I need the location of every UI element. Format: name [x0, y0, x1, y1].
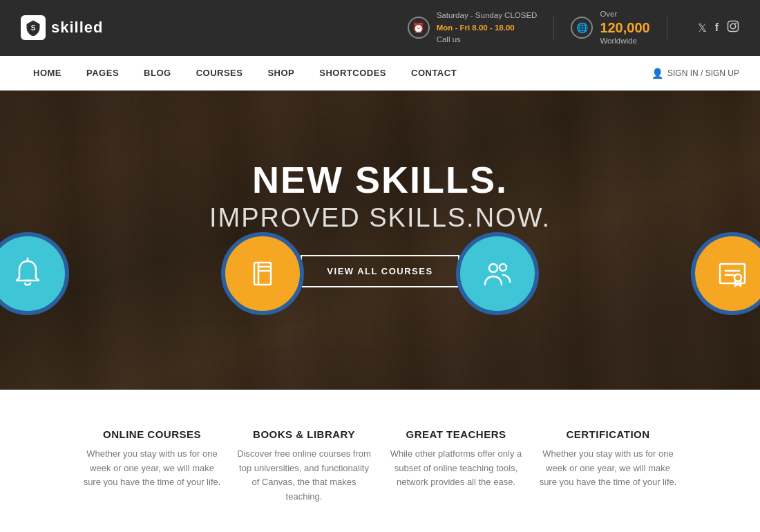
instagram-icon[interactable] — [727, 20, 739, 35]
logo[interactable]: S skilled — [21, 15, 104, 40]
logo-icon: S — [21, 15, 46, 40]
schedule-text: Saturday - Sunday CLOSED Mon - Fri 8.00 … — [437, 10, 538, 46]
nav-item-blog[interactable]: BLOG — [131, 56, 184, 91]
nav-links: HOME PAGES BLOG COURSES SHOP SHORTCODES … — [21, 56, 652, 91]
hero-title-main: NEW SKILLS. — [209, 160, 551, 200]
svg-point-3 — [735, 23, 737, 24]
feature-online-courses — [0, 232, 104, 315]
svg-point-8 — [489, 264, 497, 272]
globe-sub: Worldwide — [600, 35, 649, 47]
features-text-row: ONLINE COURSES Whether you stay with us … — [0, 417, 760, 504]
nav-item-contact[interactable]: CONTACT — [399, 56, 469, 91]
schedule-info: ⏰ Saturday - Sunday CLOSED Mon - Fri 8.0… — [408, 10, 538, 46]
schedule-days: Saturday - Sunday CLOSED — [437, 10, 538, 21]
feature-great-teachers — [421, 232, 573, 315]
nav-link-shop[interactable]: SHOP — [255, 56, 307, 91]
globe-count: 120,000 — [600, 20, 649, 35]
feature-text-books: BOOKS & LIBRARY Discover free online cou… — [228, 417, 380, 504]
globe-info: 🌐 Over 120,000 Worldwide — [571, 8, 649, 48]
clock-icon: ⏰ — [408, 17, 430, 39]
twitter-icon[interactable]: 𝕏 — [698, 21, 707, 35]
svg-text:S: S — [31, 24, 36, 32]
schedule-hours: Mon - Fri 8.00 - 18.00 — [437, 22, 538, 34]
feature-text-online-courses: ONLINE COURSES Whether you stay with us … — [76, 417, 228, 504]
nav-link-shortcodes[interactable]: SHORTCODES — [307, 56, 399, 91]
logo-text: skilled — [51, 19, 104, 37]
site-header: S skilled ⏰ Saturday - Sunday CLOSED Mon… — [0, 0, 760, 56]
feature-certification — [656, 232, 760, 315]
feature-circle-teachers — [456, 232, 539, 315]
svg-point-2 — [730, 24, 736, 30]
features-circles — [0, 232, 760, 315]
logo-bold: ed — [84, 19, 104, 36]
page-wrapper: S skilled ⏰ Saturday - Sunday CLOSED Mon… — [0, 0, 760, 532]
signin-label: SIGN IN / SIGN UP — [667, 68, 739, 78]
nav-item-pages[interactable]: PAGES — [74, 56, 131, 91]
features-wrapper — [0, 232, 760, 315]
feature-books-library — [187, 232, 339, 315]
hero-section: NEW SKILLS. IMPROVED SKILLS.NOW. VIEW AL… — [0, 91, 760, 390]
facebook-icon[interactable]: f — [715, 21, 719, 34]
svg-point-13 — [734, 274, 741, 281]
globe-text: Over 120,000 Worldwide — [600, 8, 649, 48]
nav-signin[interactable]: 👤 SIGN IN / SIGN UP — [652, 68, 739, 79]
nav-link-home[interactable]: HOME — [21, 56, 74, 91]
feature-desc-books: Discover free online courses from top un… — [235, 447, 373, 504]
feature-circle-books — [221, 232, 304, 315]
nav-item-courses[interactable]: COURSES — [184, 56, 256, 91]
hero-title-sub: IMPROVED SKILLS.NOW. — [209, 203, 551, 233]
navbar: HOME PAGES BLOG COURSES SHOP SHORTCODES … — [0, 56, 760, 91]
globe-label: Over — [600, 8, 649, 20]
header-right: ⏰ Saturday - Sunday CLOSED Mon - Fri 8.0… — [408, 8, 739, 48]
feature-text-certification: CERTIFICATION Whether you stay with us f… — [532, 417, 684, 504]
feature-title-online-courses: ONLINE COURSES — [83, 428, 221, 440]
white-section: ONLINE COURSES Whether you stay with us … — [0, 390, 760, 532]
feature-circle-certification — [691, 232, 760, 315]
feature-desc-online-courses: Whether you stay with us for one week or… — [83, 447, 221, 490]
feature-title-books: BOOKS & LIBRARY — [235, 428, 373, 440]
feature-title-teachers: GREAT TEACHERS — [387, 428, 525, 440]
nav-item-home[interactable]: HOME — [21, 56, 74, 91]
divider-1 — [553, 15, 554, 40]
call-label: Call us — [437, 34, 538, 46]
feature-desc-teachers: While other platforms offer only a subse… — [387, 447, 525, 490]
svg-rect-1 — [728, 21, 739, 32]
feature-circle-online-courses — [0, 232, 69, 315]
globe-icon: 🌐 — [571, 17, 593, 39]
feature-desc-certification: Whether you stay with us for one week or… — [539, 447, 677, 490]
nav-item-shortcodes[interactable]: SHORTCODES — [307, 56, 399, 91]
feature-title-certification: CERTIFICATION — [539, 428, 677, 440]
svg-point-9 — [500, 264, 506, 271]
nav-link-blog[interactable]: BLOG — [131, 56, 184, 91]
nav-item-shop[interactable]: SHOP — [255, 56, 307, 91]
logo-plain: skill — [51, 19, 84, 36]
divider-2 — [667, 15, 667, 40]
feature-text-teachers: GREAT TEACHERS While other platforms off… — [380, 417, 532, 504]
nav-link-contact[interactable]: CONTACT — [399, 56, 469, 91]
social-icons: 𝕏 f — [698, 20, 739, 35]
nav-link-pages[interactable]: PAGES — [74, 56, 131, 91]
nav-link-courses[interactable]: COURSES — [184, 56, 256, 91]
user-icon: 👤 — [652, 68, 663, 79]
